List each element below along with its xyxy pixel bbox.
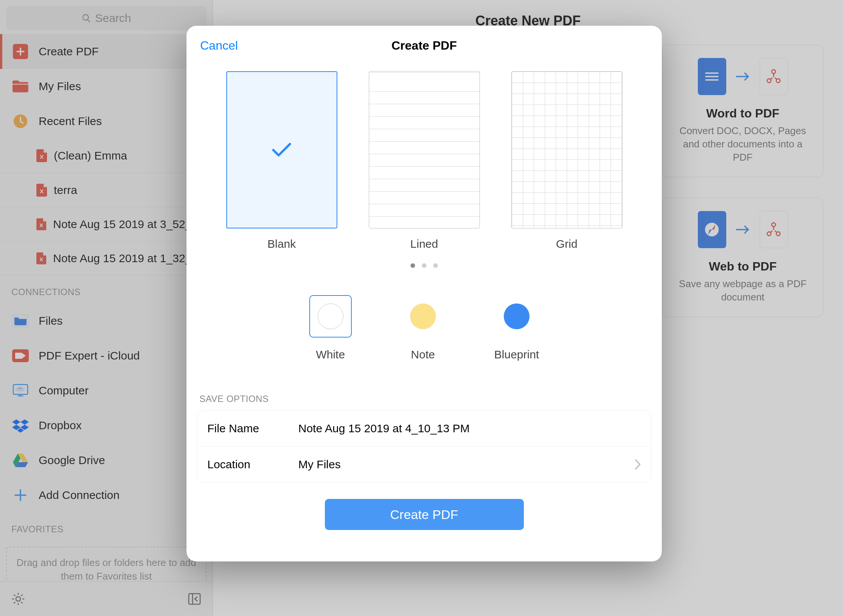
checkmark-icon — [271, 142, 292, 158]
template-row[interactable]: Blank Lined Grid — [186, 71, 662, 250]
color-swatch-note — [410, 303, 436, 329]
page-dot[interactable] — [433, 263, 438, 268]
template-label: Lined — [410, 238, 438, 250]
location-label: Location — [207, 458, 298, 471]
save-options-section: SAVE OPTIONS File Name Note Aug 15 2019 … — [197, 394, 651, 482]
location-value: My Files — [298, 458, 634, 471]
modal-title: Create PDF — [392, 39, 457, 53]
page-indicator[interactable] — [186, 263, 662, 268]
template-blank[interactable]: Blank — [226, 71, 337, 250]
color-label: Blueprint — [494, 348, 539, 361]
filename-value: Note Aug 15 2019 at 4_10_13 PM — [298, 422, 641, 435]
save-options-header: SAVE OPTIONS — [199, 394, 651, 404]
template-label: Blank — [267, 238, 296, 250]
color-white[interactable]: White — [309, 295, 352, 361]
filename-row[interactable]: File Name Note Aug 15 2019 at 4_10_13 PM — [197, 411, 651, 446]
color-row: White Note Blueprint — [186, 295, 662, 361]
filename-label: File Name — [207, 422, 298, 435]
template-grid[interactable]: Grid — [511, 71, 622, 250]
template-grid-preview — [511, 71, 622, 228]
modal-header: Cancel Create PDF — [186, 26, 662, 65]
page-dot[interactable] — [422, 263, 426, 268]
color-label: White — [316, 348, 345, 361]
color-label: Note — [411, 348, 435, 361]
color-note[interactable]: Note — [402, 295, 444, 361]
color-swatch-white — [318, 303, 343, 329]
create-pdf-button[interactable]: Create PDF — [325, 499, 524, 530]
template-label: Grid — [556, 238, 578, 250]
template-lined-preview — [369, 71, 480, 228]
location-row[interactable]: Location My Files — [197, 446, 651, 482]
chevron-right-icon — [634, 459, 641, 470]
page-dot[interactable] — [411, 263, 415, 268]
cancel-button[interactable]: Cancel — [198, 26, 240, 65]
template-lined[interactable]: Lined — [369, 71, 480, 250]
color-blueprint[interactable]: Blueprint — [494, 295, 539, 361]
create-pdf-modal: Cancel Create PDF Blank Lined Grid White — [186, 26, 662, 561]
template-blank-preview — [226, 71, 337, 228]
color-swatch-blueprint — [504, 303, 530, 329]
